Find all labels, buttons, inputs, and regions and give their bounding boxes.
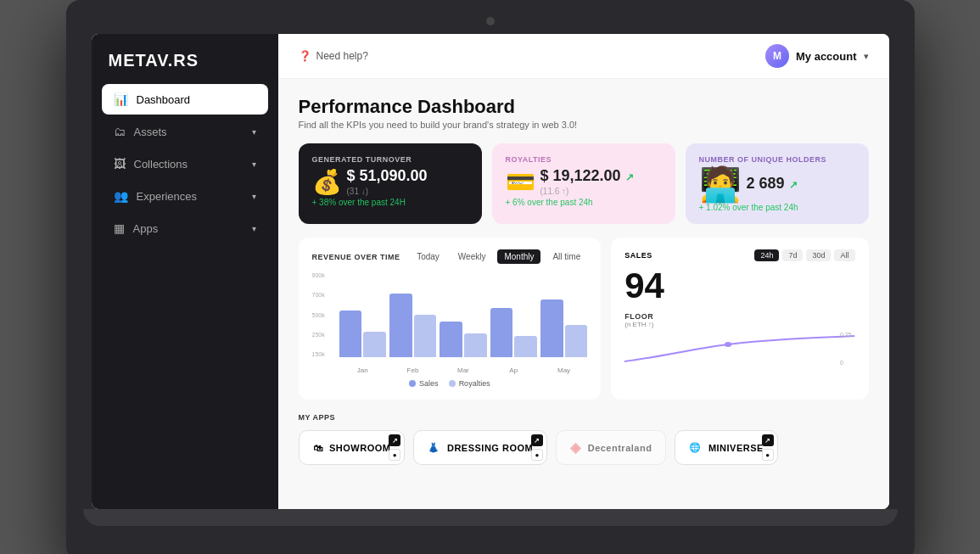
question-icon: ❓ xyxy=(299,50,311,62)
apps-icon: ▦ xyxy=(114,221,125,235)
sparkline-min-label: 0 xyxy=(840,360,852,366)
main-content: ❓ Need help? M My account ▾ Performance … xyxy=(278,34,889,509)
avatar: M xyxy=(765,44,789,68)
kpi-card-royalties: Royalties 💳 $ 19,122.00 ↗ (11.6 ↑) xyxy=(492,143,675,224)
assets-icon: 🗂 xyxy=(114,125,126,138)
kpi-cards-row: Generated Turnover 💰 $ 51,090.00 (31 ↓) … xyxy=(299,143,869,224)
kpi-value-royalties: $ 19,122.00 ↗ xyxy=(540,167,634,185)
collections-icon: 🖼 xyxy=(114,157,126,171)
bar-feb-sales xyxy=(389,294,412,357)
bar-mar-sales xyxy=(440,322,462,357)
svg-point-0 xyxy=(725,342,731,347)
apps-section-title: MY APPS xyxy=(299,413,869,422)
miniverse-icon: 🌐 xyxy=(689,442,702,453)
sparkline-area: 0.25 0 xyxy=(624,332,854,366)
sales-value: 94 xyxy=(624,268,854,304)
legend-dot-royalties xyxy=(449,380,456,387)
kpi-value-holders: 2 689 ↗ xyxy=(747,175,798,193)
bar-group-mar xyxy=(440,322,486,357)
app-decentraland[interactable]: ◈ Decentraland xyxy=(556,430,666,465)
showroom-icon: 🛍 xyxy=(313,443,323,453)
bar-ap-royalties xyxy=(514,336,537,357)
app-corner-miniverse-top: ↗ xyxy=(762,434,774,446)
sales-card: Sales 24h 7d 30d All 94 Floor (n ETH ↑) xyxy=(611,238,868,400)
kpi-change-turnover: + 38% over the past 24H xyxy=(312,198,468,207)
app-corner-showroom-top: ↗ xyxy=(389,434,400,446)
bar-group-jan xyxy=(339,311,386,357)
app-corner-showroom-bot: ● xyxy=(389,449,400,461)
app-corner-dressing-bot: ● xyxy=(531,449,543,461)
dashboard-area: Performance Dashboard Find all the KPIs … xyxy=(278,79,889,509)
holders-trend-icon: ↗ xyxy=(789,179,798,191)
sidebar-item-dashboard[interactable]: 📊 Dashboard xyxy=(102,84,268,115)
sidebar-item-assets[interactable]: 🗂 Assets ▾ xyxy=(102,116,268,147)
kpi-sub-royalties: (11.6 ↑) xyxy=(540,187,634,196)
bar-group-feb xyxy=(389,294,436,357)
sidebar-item-experiences[interactable]: 👥 Experiences ▾ xyxy=(102,181,268,211)
sales-tab-all[interactable]: All xyxy=(834,249,854,261)
legend-royalties: Royalties xyxy=(449,379,490,388)
floor-label: Floor xyxy=(624,312,854,321)
revenue-chart-tabs: Today Weekly Monthly All time xyxy=(410,249,587,264)
tab-monthly[interactable]: Monthly xyxy=(497,249,540,264)
kpi-value-turnover: $ 51,090.00 xyxy=(347,167,428,185)
sales-tab-24h[interactable]: 24h xyxy=(754,249,779,261)
chevron-down-icon: ▾ xyxy=(252,127,256,137)
kpi-change-royalties: + 6% over the past 24h xyxy=(506,198,662,207)
topbar: ❓ Need help? M My account ▾ xyxy=(278,34,889,79)
sidebar-item-collections[interactable]: 🖼 Collections ▾ xyxy=(102,148,268,179)
kpi-label-royalties: Royalties xyxy=(506,155,662,164)
sparkline-max-label: 0.25 xyxy=(840,332,852,338)
app-corner-miniverse-bot: ● xyxy=(762,449,774,461)
app-miniverse[interactable]: 🌐 MINIVERSE ↗ ● xyxy=(675,430,778,465)
sales-tab-7d[interactable]: 7d xyxy=(782,249,803,261)
apps-section: MY APPS 🛍 SHOWROOM ↗ ● 👗 DRESSING ROOM ↗ xyxy=(299,413,869,465)
charts-row: Revenue Over Time Today Weekly Monthly A… xyxy=(299,238,869,400)
chevron-down-icon: ▾ xyxy=(252,224,256,233)
tab-weekly[interactable]: Weekly xyxy=(451,249,493,264)
sidebar: METAV.RS 📊 Dashboard 🗂 Assets ▾ 🖼 Collec… xyxy=(92,34,278,509)
help-button[interactable]: ❓ Need help? xyxy=(299,50,368,62)
account-menu[interactable]: M My account ▾ xyxy=(765,44,869,68)
floor-sub: (n ETH ↑) xyxy=(624,321,854,328)
dressing-room-icon: 👗 xyxy=(428,442,440,453)
decentraland-icon: ◈ xyxy=(570,439,581,456)
legend-dot-sales xyxy=(409,380,416,387)
app-showroom[interactable]: 🛍 SHOWROOM ↗ ● xyxy=(299,430,406,465)
bar-jan-sales xyxy=(339,311,362,357)
sidebar-item-apps[interactable]: ▦ Apps ▾ xyxy=(102,213,268,243)
kpi-sub-turnover: (31 ↓) xyxy=(347,187,428,196)
bar-may-sales xyxy=(540,299,563,357)
chart-legend: Sales Royalties xyxy=(312,379,588,388)
chevron-down-icon: ▾ xyxy=(252,159,256,169)
tab-alltime[interactable]: All time xyxy=(546,249,587,264)
revenue-chart-card: Revenue Over Time Today Weekly Monthly A… xyxy=(299,238,602,400)
app-dressing-room[interactable]: 👗 DRESSING ROOM ↗ ● xyxy=(413,430,547,465)
tab-today[interactable]: Today xyxy=(410,249,446,264)
laptop-frame: METAV.RS 📊 Dashboard 🗂 Assets ▾ 🖼 Collec… xyxy=(66,0,915,554)
page-subtitle: Find all the KPIs you need to build your… xyxy=(299,120,869,130)
sidebar-nav: 📊 Dashboard 🗂 Assets ▾ 🖼 Collections ▾ 👥… xyxy=(92,84,278,509)
bar-ap-sales xyxy=(490,308,513,357)
kpi-card-holders: Number of Unique Holders 🧑‍💻 2 689 ↗ + 1… xyxy=(686,143,869,224)
laptop-screen: METAV.RS 📊 Dashboard 🗂 Assets ▾ 🖼 Collec… xyxy=(92,34,889,509)
bar-group-may xyxy=(540,299,587,357)
chevron-down-icon: ▾ xyxy=(252,192,256,201)
bar-jan-royalties xyxy=(363,332,386,357)
bar-may-royalties xyxy=(565,325,588,357)
account-chevron-icon: ▾ xyxy=(864,51,869,62)
bar-mar-royalties xyxy=(464,333,487,357)
kpi-change-holders: + 1.02% over the past 24h xyxy=(699,203,855,212)
apps-row: 🛍 SHOWROOM ↗ ● 👗 DRESSING ROOM ↗ ● xyxy=(299,430,869,465)
royalties-trend-icon: ↗ xyxy=(625,171,634,183)
revenue-chart-title: Revenue Over Time xyxy=(312,253,400,261)
page-title: Performance Dashboard xyxy=(299,96,869,118)
kpi-label-holders: Number of Unique Holders xyxy=(699,155,855,164)
laptop-camera xyxy=(486,17,495,25)
kpi-label-turnover: Generated Turnover xyxy=(312,155,468,164)
sales-title: Sales xyxy=(624,251,652,260)
sales-tab-30d[interactable]: 30d xyxy=(806,249,831,261)
bar-group-ap xyxy=(490,308,537,357)
dashboard-icon: 📊 xyxy=(114,92,128,106)
experiences-icon: 👥 xyxy=(114,189,128,203)
